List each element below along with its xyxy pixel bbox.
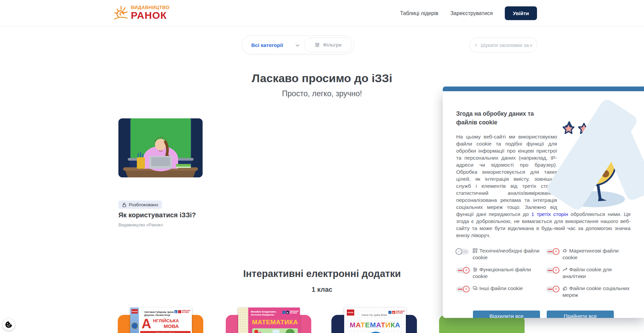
cover-illustration bbox=[252, 328, 298, 333]
social-cookies-toggle[interactable] bbox=[546, 286, 559, 292]
ranok-logo[interactable]: ВИДАВНИЦТВО РАНОК bbox=[113, 5, 169, 21]
toggle-label: Файли cookie соціальних мереж bbox=[562, 285, 631, 298]
unlocked-badge-label: Розблоковано bbox=[129, 202, 158, 207]
ranok-brand-box: РАНОК bbox=[131, 309, 138, 314]
nav-bez-mezh-badge: і ▶ НАВЧАННЯ БЕЗ МЕЖ bbox=[282, 311, 299, 314]
toggle-row-technical: Технічні/необхідні файли cookie bbox=[456, 247, 541, 261]
page-title: Ласкаво просимо до іЗЗі bbox=[0, 72, 644, 85]
book-cover-math-1[interactable]: Михайло Богданович, Антоніна Назаренко і… bbox=[238, 308, 300, 333]
interactive-icon: і bbox=[178, 310, 181, 313]
grid-icon bbox=[473, 248, 478, 253]
header-nav: Таблиці лідерів Зареєструватися Увійти bbox=[400, 0, 537, 26]
howto-card-image[interactable] bbox=[118, 118, 203, 177]
search-bar bbox=[470, 38, 537, 53]
filters-button[interactable]: Фільтри bbox=[304, 38, 352, 52]
nav-bez-mezh-badge: і ▶ НАВЧАННЯ БЕЗ МЕЖ bbox=[388, 311, 405, 314]
cookie-illustration bbox=[562, 109, 631, 209]
unlocked-badge: Розблоковано bbox=[118, 201, 162, 209]
toggle-row-other: Інші файли cookie bbox=[456, 285, 541, 298]
book-cover-english[interactable]: РАНОК Світлана Губарєва, Ірина Доценко, … bbox=[130, 308, 192, 333]
nav-bez-mezh-badge: ▶ і НАВЧАННЯ БЕЗ МЕЖ bbox=[174, 310, 191, 314]
nav-register-link[interactable]: Зареєструватися bbox=[450, 10, 493, 16]
play-icon: ▶ bbox=[392, 311, 395, 314]
toggle-label: Технічні/необхідні файли cookie bbox=[473, 247, 541, 261]
filters-label: Фільтри bbox=[323, 42, 342, 48]
cookie-consent-dialog: Згода на обробку даних та файлів cookie … bbox=[443, 87, 644, 318]
cover-title-line2: МОВА bbox=[164, 323, 179, 329]
cover-title-part: НГЛІЙСЬКА bbox=[153, 318, 179, 323]
toggle-row-marketing: Маркетингові файли cookie bbox=[546, 247, 631, 261]
accept-all-button[interactable]: Прийняти все bbox=[547, 311, 614, 318]
login-button[interactable]: Увійти bbox=[505, 6, 537, 20]
search-icon bbox=[475, 43, 478, 48]
technical-cookies-toggle[interactable] bbox=[456, 249, 469, 255]
cookie-settings-fab[interactable] bbox=[3, 319, 15, 331]
chevron-down-icon[interactable] bbox=[296, 44, 300, 47]
unlock-icon bbox=[122, 203, 126, 207]
interactive-icon: і bbox=[388, 311, 391, 314]
cover-title: МАТЕМАТИКА bbox=[250, 319, 300, 326]
logo-text: ВИДАВНИЦТВО РАНОК bbox=[131, 5, 169, 20]
other-cookies-toggle[interactable] bbox=[456, 286, 469, 292]
dialog-title: Згода на обробку даних та файлів cookie bbox=[456, 109, 552, 127]
toggle-label: Функціональні файли cookie bbox=[473, 266, 541, 280]
book-authors: Михайло Богданович, Антоніна Назаренко bbox=[251, 310, 278, 317]
dialog-buttons: Відхилити все Прийняти все bbox=[456, 311, 631, 318]
logo-line2: РАНОК bbox=[131, 10, 169, 20]
cover-title: МАТЕМАТИКА bbox=[344, 321, 406, 329]
howto-card-author: Видавництво «Ранок» bbox=[118, 222, 163, 227]
eu-stars-emblem bbox=[131, 322, 138, 329]
sun-logo-icon bbox=[113, 5, 128, 21]
search-input[interactable] bbox=[480, 42, 533, 48]
decline-all-button[interactable]: Відхилити все bbox=[473, 311, 540, 318]
third-parties-link[interactable]: 1 третіх сторін bbox=[531, 211, 568, 217]
marketing-cookies-toggle[interactable] bbox=[546, 249, 559, 255]
header: ВИДАВНИЦТВО РАНОК Таблиці лідерів Зареєс… bbox=[0, 0, 644, 26]
ranok-brand-box: РАНОК bbox=[347, 310, 354, 316]
cookie-toggles: Технічні/необхідні файли cookie Маркетин… bbox=[456, 247, 631, 298]
nav-leaderboards-link[interactable]: Таблиці лідерів bbox=[400, 10, 438, 16]
functional-cookies-toggle[interactable] bbox=[456, 268, 469, 273]
cover-strip bbox=[238, 308, 248, 333]
megaphone-icon bbox=[562, 248, 568, 253]
toggle-label: Файли cookie для аналітики bbox=[562, 266, 631, 280]
toggle-row-analytics: Файли cookie для аналітики bbox=[546, 266, 631, 280]
category-filter-bar: Всі категорії Фільтри bbox=[241, 36, 354, 54]
howto-card-title[interactable]: Як користуватися іЗЗі? bbox=[118, 211, 196, 219]
cover-english-band: ENGLISH bbox=[140, 331, 191, 333]
dialog-body-text: На цьому веб-сайті ми використовуємо фай… bbox=[456, 134, 557, 217]
analytics-icon bbox=[562, 267, 568, 272]
page: ВИДАВНИЦТВО РАНОК Таблиці лідерів Зареєс… bbox=[0, 0, 644, 333]
dialog-top-bar bbox=[443, 87, 644, 91]
toggle-row-functional: Функціональні файли cookie bbox=[456, 266, 541, 280]
play-icon: ▶ bbox=[286, 311, 289, 314]
toggle-label: Маркетингові файли cookie bbox=[562, 247, 631, 261]
logo-line1: ВИДАВНИЦТВО bbox=[131, 5, 169, 10]
thumbs-up-icon bbox=[562, 286, 568, 291]
toggle-label: Інші файли cookie bbox=[473, 285, 523, 292]
teacher-illustration bbox=[118, 118, 203, 177]
toggle-row-social: Файли cookie соціальних мереж bbox=[546, 285, 631, 298]
chat-icon bbox=[473, 286, 478, 291]
analytics-cookies-toggle[interactable] bbox=[546, 268, 559, 273]
sliders-filter-icon bbox=[315, 42, 320, 48]
dialog-panel: Згода на обробку даних та файлів cookie … bbox=[443, 91, 644, 318]
book-cover-math-2[interactable]: РАНОК Ольга Гісь, Ірина Філяк і ▶ НАВЧАН… bbox=[344, 308, 406, 333]
interactive-icon: і bbox=[282, 311, 285, 314]
cover-big-letter: А bbox=[142, 316, 151, 331]
play-icon: ▶ bbox=[174, 310, 177, 313]
category-select[interactable]: Всі категорії bbox=[251, 42, 283, 48]
sliders-icon bbox=[473, 267, 478, 272]
book-authors: Ольга Гісь, Ірина Філяк bbox=[362, 314, 392, 317]
cookie-icon bbox=[5, 321, 12, 328]
